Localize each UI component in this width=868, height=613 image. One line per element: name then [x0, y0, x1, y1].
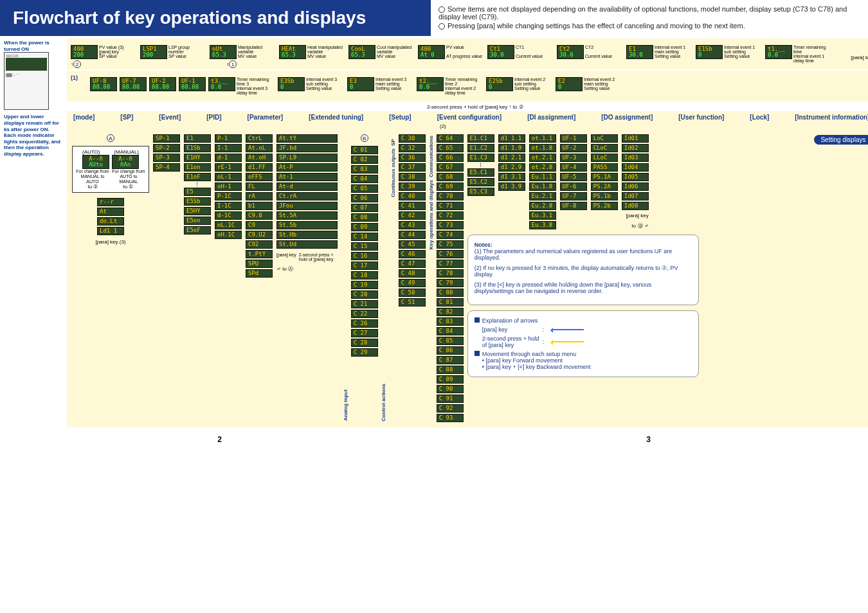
op-node: E130.0Internal event 1main settingSettin… [626, 45, 693, 63]
op-node: oUt65.3ManipulatedvariableMV value [210, 45, 276, 63]
display-item: C 26 [351, 319, 378, 328]
display-item: C 05 [351, 184, 378, 193]
note-1-marker: (1) [71, 75, 78, 81]
dotted-continuation [480, 163, 494, 167]
display-item: E5.C1 [467, 168, 494, 177]
display-item: SP-2 [153, 144, 180, 152]
op-node: LSP1200LSP groupnumberSP value [140, 45, 207, 63]
op-node: E2Sb0Internal event 2sub settingSetting … [486, 77, 553, 95]
display-item: t3.__0.0 [208, 77, 235, 91]
display-item: C 69 [437, 182, 464, 191]
mode-note-2: For change from AUTO to MANUAL [111, 169, 146, 184]
setting-displays-badge: Setting displays [814, 135, 868, 145]
display-item: UF-3 [560, 154, 587, 162]
display-item: d1 2.1 [498, 154, 525, 162]
display-item: CLoC [591, 144, 618, 152]
display-item: Ct.rA [276, 192, 338, 200]
display-item: rE-1 [215, 163, 242, 172]
two-second-note: 2-second press + hold of [para] key ↑ to… [67, 103, 868, 111]
op-node: 400At 0PV valueAT progress value [418, 45, 485, 63]
menu-header: [User function] [678, 114, 724, 121]
display-item: Id05 [622, 173, 649, 181]
sp-column: SP-1 SP-2 SP-3 SP-4 [153, 134, 180, 172]
display-item: C 22 [351, 310, 378, 318]
display-item: I-1C [215, 202, 242, 210]
display-item: C 78 [437, 269, 464, 278]
display-item: C 39 [399, 182, 426, 191]
display-item: C 02 [351, 155, 378, 164]
display-item: E5Sb [184, 197, 211, 206]
legend-m2: • [para] key + [<] key Backward movement [482, 364, 692, 370]
display-item: E1Sb0 [696, 45, 723, 59]
display-item: d1.FF [246, 163, 273, 172]
legend-h1: Explanation of arrows [482, 317, 538, 324]
display-item: E3Sb0 [278, 77, 305, 91]
notes-item-2: (2) If no key is pressed for 3 minutes, … [475, 265, 692, 278]
menu-header: [Event configuration] [437, 114, 502, 121]
diagram-area: Operation displays 400200PV value (3)[pa… [64, 36, 868, 430]
display-item: C 32 [399, 144, 426, 152]
uf-column: UF-1 UF-2 UF-3 UF-4 UF-5 UF-6 UF-7 UF-8 [560, 134, 587, 229]
sp-vlabel: SP [389, 134, 397, 147]
display-item: At.oL [246, 144, 273, 152]
display-item: Id04 [622, 163, 649, 172]
display-item: HEAt65.3 [279, 45, 306, 59]
key-ops-vlabel: Key operations and displays [427, 179, 435, 251]
header-note-1: Some items are not displayed depending o… [439, 5, 847, 21]
display-item: C 83 [437, 317, 464, 326]
display-item: At-d [276, 182, 338, 191]
op-node: t2.__0.0Timer remainingtime 2Internal ev… [417, 77, 484, 95]
circle-1-marker: 1 [229, 60, 237, 68]
display-item: ot.1.8 [529, 144, 556, 152]
display-item: FL [246, 182, 273, 191]
device-screen-icon [6, 58, 47, 71]
display-item: C 30 [399, 134, 426, 143]
menu-header: [Lock] [750, 114, 769, 121]
display-item: C 06 [351, 194, 378, 202]
header: Flowchart of key operations and displays… [0, 0, 868, 36]
display-item: C 85 [437, 337, 464, 345]
para-key-label-3: [para] key [276, 253, 296, 257]
display-item: UF-2 [560, 144, 587, 152]
display-item: C 01 [351, 146, 378, 154]
display-item: C 38 [399, 173, 426, 181]
op-node: t3.__0.0Timer remainingtime 3Internal ev… [208, 77, 275, 95]
display-item: SPU [246, 260, 273, 268]
display-item: PS.2A [591, 182, 618, 191]
display-item: E1on [184, 163, 211, 172]
display-item: UF-1 [560, 134, 587, 143]
display-item: CooL65.3 [348, 45, 375, 59]
op-node: Ct230.0CT2Current value [557, 45, 624, 63]
page-numbers: 2 3 [0, 430, 868, 449]
display-item: d-1 [215, 154, 242, 162]
ext-tuning-column: At.tY JF.bd SP.L9 At-P At-1 At-d Ct.rA J… [276, 134, 338, 272]
display-item: E1.C2 [467, 144, 494, 152]
display-item: At.oH [246, 154, 273, 162]
display-item: t2.__0.0 [417, 77, 444, 91]
node-labels: Internal event 1sub settingSetting value [724, 45, 763, 58]
op-node: E20Internal event 2main settingSetting v… [556, 77, 622, 95]
menu-header: [SP] [120, 114, 133, 121]
op-node: HEAt65.3Heat manipulatedvariableMV value [279, 45, 346, 63]
display-item: C 03 [351, 165, 378, 173]
display-item: UF-788.88 [120, 77, 147, 91]
display-item: C 47 [399, 260, 426, 268]
display-item: C 84 [437, 327, 464, 335]
op-node: E1Sb0Internal event 1sub settingSetting … [696, 45, 763, 63]
display-item: Ct230.0 [557, 45, 584, 59]
display-item: C 45 [399, 240, 426, 249]
display-item: C 77 [437, 260, 464, 268]
setup-column-group: Analog Input B C 01 C 02 C 03 C 04 C 05 … [341, 134, 464, 422]
display-item: JF.bd [276, 144, 338, 152]
menu-header: [Extended tuning] [309, 114, 363, 121]
circle-icon [439, 6, 445, 13]
mode-note-1: For change from MANUAL to AUTO [75, 169, 110, 184]
display-item: E1.C3 [467, 154, 494, 162]
display-item: E5.C3 [467, 188, 494, 196]
display-item: oL.1C [215, 221, 242, 229]
display-item: At-P [276, 163, 338, 172]
menu-header: [DI assignment] [527, 114, 575, 121]
display-item: C 48 [399, 269, 426, 278]
display-item: CtrL [246, 134, 273, 143]
display-item: t1.__0.0 [765, 45, 792, 59]
